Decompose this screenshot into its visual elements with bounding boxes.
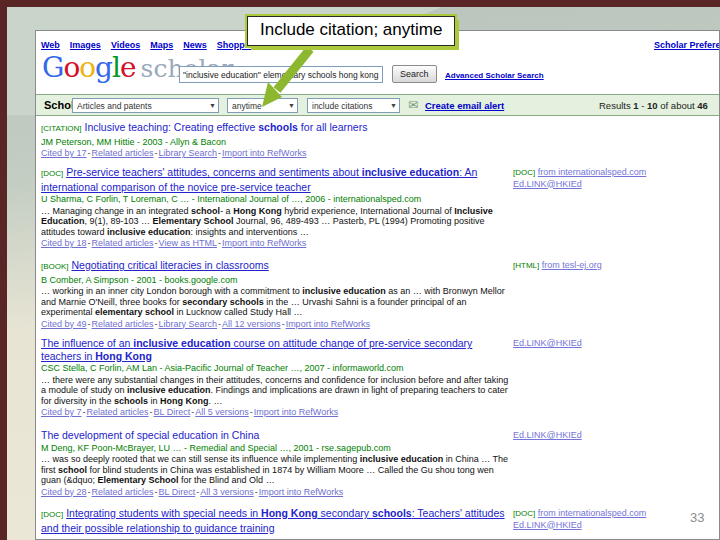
top-nav: WebImagesVideosMapsNewsShopping xyxy=(41,40,268,50)
library-search-link[interactable]: Library Search xyxy=(159,148,223,158)
anytime-dropdown[interactable]: anytime ▼ xyxy=(227,98,298,113)
result-authors: M Deng, KF Poon-McBrayer, LU … - Remedia… xyxy=(41,443,511,454)
citation-tag: [CITATION] xyxy=(41,124,82,133)
result-side-links: [DOC] from internationalsped.com Ed.LINK… xyxy=(513,508,717,531)
logo-letter: e xyxy=(120,51,136,84)
related-articles-link[interactable]: Related articles xyxy=(92,148,159,158)
related-articles-link[interactable]: Related articles xyxy=(92,319,159,329)
result-title-link[interactable]: The development of special education in … xyxy=(41,429,259,441)
html-tag: [HTML] xyxy=(513,261,539,270)
result-snippet: … there were any substantial changes in … xyxy=(41,375,511,407)
articles-dropdown[interactable]: Articles and patents ▼ xyxy=(72,98,219,113)
doc-tag: [DOC] xyxy=(41,510,63,519)
advanced-scholar-search-link[interactable]: Advanced Scholar Search xyxy=(445,71,544,80)
chevron-down-icon: ▼ xyxy=(288,102,295,109)
result-title-link[interactable]: Inclusive teaching: Creating effective s… xyxy=(85,121,368,133)
book-tag: [BOOK] xyxy=(41,262,69,271)
nav-link-news[interactable]: News xyxy=(183,40,207,50)
result-authors: CSC Stella, C Forlin, AM Lan - Asia-Paci… xyxy=(41,363,511,374)
result-actions: Cited by 49Related articlesLibrary Searc… xyxy=(41,319,511,330)
nav-link-maps[interactable]: Maps xyxy=(150,40,173,50)
edlink-hkied-link[interactable]: Ed.LINK@HKIEd xyxy=(513,430,582,440)
bl-direct-link[interactable]: BL Direct xyxy=(159,487,201,497)
related-articles-link[interactable]: Related articles xyxy=(87,407,154,417)
cited-by-link[interactable]: Cited by 7 xyxy=(41,407,87,417)
nav-link-videos[interactable]: Videos xyxy=(111,40,140,50)
cited-by-link[interactable]: Cited by 17 xyxy=(41,148,92,158)
import-refworks-link[interactable]: Import into RefWorks xyxy=(222,238,306,248)
cited-by-link[interactable]: Cited by 28 xyxy=(41,487,92,497)
slide-frame-left xyxy=(0,0,7,540)
edlink-hkied-link[interactable]: Ed.LINK@HKIEd xyxy=(513,520,582,530)
result-snippet: … Managing change in an integrated schoo… xyxy=(41,206,511,238)
citations-dropdown[interactable]: include citations ▼ xyxy=(307,98,400,113)
result-title: [DOC] Pre-service teachers' attitudes, c… xyxy=(41,166,511,193)
bl-direct-link[interactable]: BL Direct xyxy=(154,407,196,417)
edlink-hkied-link[interactable]: Ed.LINK@HKIEd xyxy=(513,179,582,189)
chevron-down-icon: ▼ xyxy=(209,102,216,109)
articles-dropdown-value: Articles and patents xyxy=(77,101,152,111)
result-actions: Cited by 18Related articlesView as HTMLI… xyxy=(41,238,511,249)
search-result-1: [CITATION] Inclusive teaching: Creating … xyxy=(41,121,719,159)
search-result-4: The influence of an inclusive education … xyxy=(41,337,719,418)
create-email-alert-link[interactable]: Create email alert xyxy=(425,100,504,111)
cited-by-link[interactable]: Cited by 18 xyxy=(41,238,92,248)
view-as-html-link[interactable]: View as HTML xyxy=(159,238,222,248)
search-input[interactable] xyxy=(179,66,383,83)
result-snippet: … working in an inner city London boroug… xyxy=(41,286,511,318)
logo-letter: G xyxy=(42,51,63,84)
import-refworks-link[interactable]: Import into RefWorks xyxy=(222,148,306,158)
chevron-down-icon: ▼ xyxy=(390,102,397,109)
edlink-hkied-link[interactable]: Ed.LINK@HKIEd xyxy=(513,338,582,348)
all-versions-link[interactable]: All 3 versions xyxy=(200,487,259,497)
google-scholar-screenshot: WebImagesVideosMapsNewsShopping Scholar … xyxy=(35,30,720,540)
envelope-icon: ✉ xyxy=(408,98,418,112)
logo-letter: o xyxy=(63,51,79,84)
anytime-dropdown-value: anytime xyxy=(232,101,262,111)
slide-page-number: 33 xyxy=(690,510,704,525)
slide-frame-top xyxy=(0,0,720,7)
import-refworks-link[interactable]: Import into RefWorks xyxy=(286,319,370,329)
import-refworks-link[interactable]: Import into RefWorks xyxy=(254,407,338,417)
search-button[interactable]: Search xyxy=(392,65,437,83)
citations-dropdown-value: include citations xyxy=(312,101,372,111)
search-result-5: The development of special education in … xyxy=(41,429,719,498)
search-result-2: [DOC] Pre-service teachers' attitudes, c… xyxy=(41,166,719,249)
result-authors: B Comber, A Simpson - 2001 - books.googl… xyxy=(41,275,511,286)
result-title: The development of special education in … xyxy=(41,429,511,442)
result-side-links: [DOC] from internationalsped.com Ed.LINK… xyxy=(513,167,717,190)
annotation-callout: Include citation; anytime xyxy=(247,16,455,46)
result-title: [BOOK] Negotiating critical literacies i… xyxy=(41,259,511,274)
doc-tag: [DOC] xyxy=(513,509,535,518)
related-articles-link[interactable]: Related articles xyxy=(92,487,159,497)
fulltext-source-link[interactable]: from internationalsped.com xyxy=(538,508,647,518)
result-actions: Cited by 17Related articlesLibrary Searc… xyxy=(41,148,511,159)
scholar-preferences-link[interactable]: Scholar Preferences xyxy=(654,40,720,50)
search-result-6: [DOC] Integrating students with special … xyxy=(41,507,719,534)
logo-letter: l xyxy=(112,51,120,84)
result-actions: Cited by 28Related articlesBL DirectAll … xyxy=(41,487,511,498)
doc-tag: [DOC] xyxy=(513,168,535,177)
fulltext-source-link[interactable]: from tesl-ej.org xyxy=(542,260,602,270)
nav-link-images[interactable]: Images xyxy=(70,40,101,50)
result-title-link[interactable]: The influence of an inclusive education … xyxy=(41,337,472,362)
related-articles-link[interactable]: Related articles xyxy=(92,238,159,248)
result-title: [DOC] Integrating students with special … xyxy=(41,507,511,534)
result-title-link[interactable]: Negotiating critical literacies in class… xyxy=(71,259,268,271)
import-refworks-link[interactable]: Import into RefWorks xyxy=(259,487,343,497)
cited-by-link[interactable]: Cited by 49 xyxy=(41,319,92,329)
result-title: [CITATION] Inclusive teaching: Creating … xyxy=(41,121,511,136)
result-title: The influence of an inclusive education … xyxy=(41,337,511,362)
result-title-link[interactable]: Integrating students with special needs … xyxy=(41,507,505,534)
scholar-toolbar: Scholar Articles and patents ▼ anytime ▼… xyxy=(36,94,720,116)
result-title-link[interactable]: Pre-service teachers' attitudes, concern… xyxy=(41,166,477,193)
all-versions-link[interactable]: All 5 versions xyxy=(195,407,254,417)
fulltext-source-link[interactable]: from internationalsped.com xyxy=(538,167,647,177)
logo-letter: o xyxy=(79,51,95,84)
logo-letter: g xyxy=(95,51,112,84)
nav-link-web[interactable]: Web xyxy=(41,40,60,50)
result-side-links: [HTML] from tesl-ej.org xyxy=(513,260,717,272)
all-versions-link[interactable]: All 12 versions xyxy=(222,319,286,329)
result-authors: U Sharma, C Forlin, T Loreman, C … - Int… xyxy=(41,194,511,205)
library-search-link[interactable]: Library Search xyxy=(159,319,223,329)
